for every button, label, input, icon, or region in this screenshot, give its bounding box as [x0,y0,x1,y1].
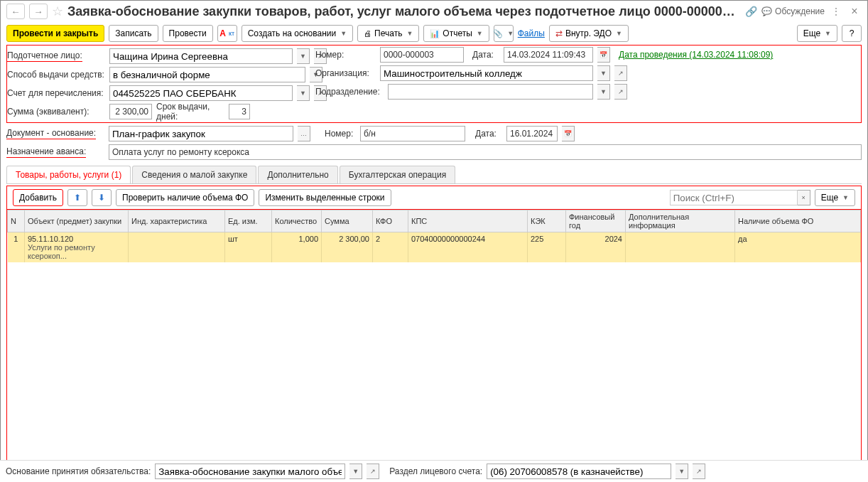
move-down-button[interactable]: ⬇ [92,189,112,206]
col-fo[interactable]: Наличие объема ФО [735,210,861,232]
reports-button[interactable]: Отчеты▼ [423,25,489,42]
org-label: Организация: [315,68,376,78]
person-label: Подотчетное лицо: [7,50,105,62]
chat-icon: 💬 [761,6,772,16]
attach-button[interactable]: ▼ [494,25,514,42]
close-button[interactable]: × [847,5,862,18]
post-and-close-button[interactable]: Провести и закрыть [6,25,104,42]
edo-button[interactable]: ⇄Внутр. ЭДО▼ [549,25,629,42]
col-kek[interactable]: КЭК [528,210,566,232]
tab-more-button[interactable]: Еще▼ [815,189,855,206]
move-up-button[interactable]: ⬆ [67,189,87,206]
check-fo-button[interactable]: Проверить наличие объема ФО [116,189,254,206]
chevron-down-icon: ▼ [477,30,483,37]
dept-select[interactable]: ▼ [597,84,610,100]
clip-icon [493,28,503,38]
number-label: Номер: [315,50,376,60]
col-year[interactable]: Финансовый год [566,210,626,232]
post-button[interactable]: Провести [163,25,213,42]
posted-date-link[interactable]: Дата проведения (14.03.2024 11:08:09) [619,50,773,60]
basis-num-label: Номер: [325,129,356,139]
back-button[interactable]: ← [6,4,25,19]
col-n[interactable]: N [8,210,25,232]
sum-value[interactable]: 2 300,00 [115,107,148,117]
basis-date-input[interactable]: 16.01.2024 [510,129,553,139]
col-ind[interactable]: Инд. характеристика [129,210,225,232]
chevron-down-icon: ▼ [406,30,413,37]
more-button[interactable]: Еще▼ [797,25,837,42]
account-select[interactable]: ▼ [297,85,310,101]
chevron-down-icon: ▼ [340,30,347,37]
date-picker[interactable]: 📅 [597,47,610,63]
tab-additional[interactable]: Дополнительно [258,166,337,183]
add-button[interactable]: Добавить [13,189,63,206]
date-label: Дата: [472,50,499,60]
advance-label: Назначение аванса: [6,146,104,158]
obligation-label: Основание принятия обязательства: [6,466,151,476]
col-info[interactable]: Дополнительная информация [626,210,735,232]
org-select[interactable]: ▼ [597,65,610,81]
advance-input[interactable]: Оплата услуг по ремонту ксерокса [112,147,249,157]
date-input[interactable]: 14.03.2024 11:09:43 [507,50,585,60]
change-rows-button[interactable]: Изменить выделенные строки [259,189,391,206]
account-section-label: Раздел лицевого счета: [389,466,482,476]
account-section-open[interactable]: ↗ [693,464,705,479]
table-row[interactable]: 1 95.11.10.120Услуги по ремонту ксерокоп… [8,232,861,263]
obligation-select[interactable]: ▼ [349,464,362,479]
number-input[interactable]: 0000-000003 [384,50,434,60]
favorite-icon[interactable]: ☆ [52,4,63,19]
dept-input[interactable] [391,85,590,99]
obligation-open[interactable]: ↗ [367,464,379,479]
paymethod-input[interactable] [113,68,302,82]
col-kfo[interactable]: КФО [373,210,408,232]
account-label: Счет для перечисления: [7,88,105,98]
chevron-down-icon: ▼ [825,30,831,37]
create-based-button[interactable]: Создать на основании▼ [242,25,353,42]
account-section-input[interactable] [490,464,668,478]
link-icon[interactable]: 🔗 [745,6,757,17]
dept-open[interactable]: ↗ [614,84,627,100]
search-input[interactable] [670,190,798,205]
col-sum[interactable]: Сумма [322,210,373,232]
account-input[interactable] [113,86,289,100]
print-button[interactable]: Печать▼ [357,25,419,42]
dept-label: Подразделение: [315,87,384,97]
basis-date-picker[interactable]: 📅 [562,126,575,141]
col-kps[interactable]: КПС [408,210,528,232]
org-input[interactable] [384,66,590,80]
basis-num-input[interactable]: б/н [364,129,376,139]
col-unit[interactable]: Ед. изм. [225,210,272,232]
person-input[interactable] [113,49,289,63]
files-link[interactable]: Файлы [518,28,545,38]
save-button[interactable]: Записать [109,25,158,42]
account-section-select[interactable]: ▼ [676,464,688,479]
tab-accounting[interactable]: Бухгалтерская операция [340,166,455,183]
basis-input[interactable] [112,127,290,141]
sum-label: Сумма (эквивалент): [7,107,105,117]
basis-select[interactable]: … [298,126,310,141]
discussion-button[interactable]: 💬 Обсуждение [761,6,825,16]
menu-dots[interactable]: ⋮ [829,6,843,16]
days-value[interactable]: 3 [242,107,246,117]
obligation-input[interactable] [158,464,342,478]
basis-label: Документ - основание: [6,128,104,139]
org-open[interactable]: ↗ [614,65,627,81]
person-select[interactable]: ▼ [297,48,310,64]
col-obj[interactable]: Объект (предмет) закупки [25,210,129,232]
basis-date-label: Дата: [475,129,502,139]
page-title: Заявка-обоснование закупки товаров, рабо… [67,4,741,19]
col-qty[interactable]: Количество [272,210,322,232]
forward-button[interactable]: → [29,4,48,19]
spellcheck-button[interactable]: Акт [217,25,237,42]
tab-smallpurchase[interactable]: Сведения о малой закупке [132,166,256,183]
paymethod-label: Способ выдачи средств: [7,70,105,80]
chevron-down-icon: ▼ [616,30,622,37]
items-table: N Объект (предмет) закупки Инд. характер… [7,210,861,262]
help-button[interactable]: ? [842,25,862,42]
search-clear[interactable]: × [798,190,810,205]
chevron-down-icon: ▼ [842,194,849,201]
tab-goods[interactable]: Товары, работы, услуги (1) [6,166,131,183]
report-icon [430,28,440,38]
chevron-down-icon: ▼ [507,30,514,37]
days-label: Срок выдачи, дней: [156,102,224,122]
